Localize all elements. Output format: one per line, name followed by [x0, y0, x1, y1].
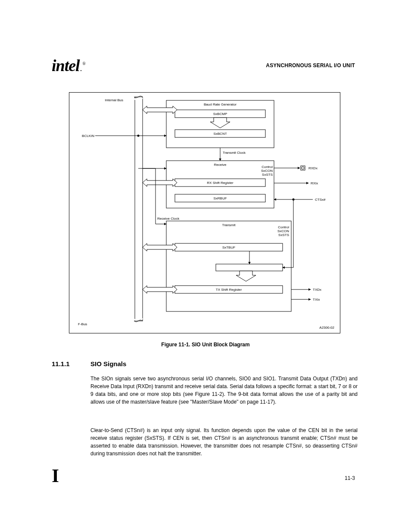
- baud-cmp: SxBCMP: [213, 112, 227, 116]
- rx-ctrl-l3: SxSTS: [262, 173, 273, 177]
- rxd-label: RXDx: [308, 166, 318, 170]
- page-header-right: ASYNCHRONOUS SERIAL I/O UNIT: [266, 62, 355, 68]
- svg-point-5: [137, 135, 140, 137]
- bclkin-label: BCLKIN: [82, 134, 94, 138]
- footer-right: 11-3: [345, 475, 355, 481]
- transmit-block: Transmit Control SxCON SxSTS SxTBUF TX S: [166, 199, 293, 311]
- figure-frame: F-Bus Internal Bus SxBCMP SxBCNT Baud Ra…: [69, 92, 340, 333]
- fbus-label: F-Bus: [78, 322, 87, 326]
- rx-clock: Receive Clock: [157, 217, 180, 221]
- logo-reg: ®: [82, 61, 85, 66]
- footer-left: I: [52, 465, 59, 487]
- baud-block: SxBCMP SxBCNT Baud Rate Generator: [166, 100, 274, 148]
- tx-tbuf: SxTBUF: [222, 246, 235, 249]
- logo-text: intel: [52, 56, 80, 75]
- paragraph-2: Clear-to-Send (CTSn#) is an input only s…: [90, 426, 358, 457]
- tx-ctrl-l1: Control: [278, 225, 289, 229]
- svg-rect-0: [135, 97, 143, 321]
- receive-block: Receive Control SxCON SxSTS RX Shift Reg…: [166, 161, 274, 208]
- section-number: 11.1.1: [52, 360, 70, 367]
- block-diagram: F-Bus Internal Bus SxBCMP SxBCNT Baud Ra…: [69, 93, 340, 333]
- rx-rbuf: SxRBUF: [213, 196, 227, 200]
- bus-top-label: Internal Bus: [105, 98, 123, 102]
- tx-title: Transmit: [222, 223, 236, 227]
- baud-cnt: SxBCNT: [213, 132, 227, 136]
- txd-label: TXDx: [313, 288, 321, 292]
- logo-dot: .: [80, 64, 82, 73]
- svg-rect-24: [216, 264, 283, 271]
- rxi-label: RXIx: [311, 181, 318, 185]
- figure-caption: Figure 11-1. SIO Unit Block Diagram: [0, 342, 411, 348]
- brand-logo: intel.®: [52, 56, 85, 75]
- rx-ctrl-l2: SxCON: [261, 169, 273, 173]
- rx-title: Receive: [214, 163, 227, 167]
- rx-ctrl-l1: Control: [262, 165, 273, 169]
- baud-title: Baud Rate Generator: [204, 103, 237, 106]
- txi-label: TXIx: [313, 298, 320, 302]
- tx-ctrl-l2: SxCON: [277, 229, 289, 233]
- diagram-id: A2300-02: [319, 326, 334, 330]
- tx-clock: Transmit Clock: [223, 151, 246, 155]
- paragraph-1: The SIOn signals serve two asynchronous …: [90, 375, 358, 406]
- fbus: [134, 96, 143, 322]
- section-title: SIO Signals: [90, 360, 126, 367]
- cts-label: CTSx#: [315, 198, 326, 202]
- tx-ctrl-l3: SxSTS: [278, 233, 289, 237]
- rx-shift: RX Shift Register: [207, 181, 234, 185]
- svg-point-14: [302, 167, 304, 169]
- tx-shift: TX Shift Register: [216, 288, 242, 292]
